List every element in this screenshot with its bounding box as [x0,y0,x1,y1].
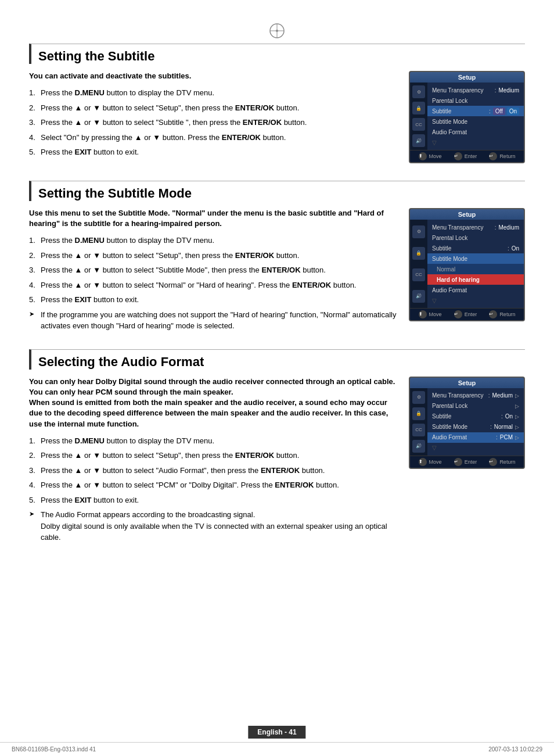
tv2-icon-1: ⚙ [412,225,425,238]
tv3-icon-4: 🔊 [412,440,425,453]
section-subtitle-body: You can activate and deactivate the subt… [29,71,525,163]
step-2-4: 4.Press the ▲ or ▼ button to select "Nor… [29,280,397,291]
tv2-row-dropdown-normal: Normal [427,264,524,274]
tv3-row-3: Subtitle : On▷ [427,411,524,422]
section-subtitle-mode-text: Use this menu to set the Subtitle Mode. … [29,208,397,332]
tv3-row-6: ▽ [427,443,524,453]
tv-row-1-4: Subtitle Mode [427,116,524,127]
section-subtitle: Setting the Subtitle You can activate an… [29,44,525,163]
tv2-row-6: ▽ [427,295,524,306]
footer2-move: ⬆Move [419,310,442,318]
step-1-3: 3.Press the ▲ or ▼ button to select "Sub… [29,117,397,128]
tv-row-1-2: Parental Lock [427,95,524,106]
step-2-5: 5.Press the EXIT button to exit. [29,294,397,306]
tv2-row-dropdown-hoh: Hard of hearing [427,274,524,285]
section-audio-format-text: You can only hear Dolby Digital sound th… [29,377,397,543]
tv3-row-1: Menu Transparency : Medium▷ [427,390,524,401]
step-3-4: 4.Press the ▲ or ▼ button to select "PCM… [29,479,397,491]
svg-point-3 [276,30,278,32]
tv-screen-2-icons: ⚙ 🔒 CC 🔊 [410,220,427,308]
step-1-5: 5.Press the EXIT button to exit. [29,146,397,158]
section-subtitle-mode-intro: Use this menu to set the Subtitle Mode. … [29,208,397,229]
step-3-5: 5.Press the EXIT button to exit. [29,495,397,506]
tv-screen-3-footer: ⬆Move ↵Enter ↩Return [410,456,524,468]
section-subtitle-mode-header: Setting the Subtitle Mode [29,181,525,201]
tv2-icon-3: CC [412,268,425,281]
tv-screen-3-header: Setup [410,378,524,388]
tv-icon-2: 🔒 [412,102,425,114]
section-audio-format-note: The Audio Format appears according to th… [29,509,397,543]
section-audio-format-header: Selecting the Audio Format [29,349,525,370]
tv2-row-4: Subtitle Mode [427,253,524,264]
step-3-3: 3.Press the ▲ or ▼ button to select "Aud… [29,465,397,476]
section-subtitle-steps: 1.Press the D.MENU button to display the… [29,87,397,158]
section-subtitle-mode: Setting the Subtitle Mode Use this menu … [29,181,525,332]
footer3-enter: ↵Enter [454,458,477,466]
tv3-row-2: Parental Lock▷ [427,401,524,411]
tv3-icon-2: 🔒 [412,407,425,420]
tv-screen-1-icons: ⚙ 🔒 CC 🔊 [410,83,427,150]
tv2-icon-2: 🔒 [412,247,425,260]
footer-move: ⬆Move [419,152,442,160]
bottom-bar: BN68-01169B-Eng-0313.indd 41 2007-03-13 … [0,742,554,756]
tv-screen-1-footer: ⬆Move ↵Enter ↩Return [410,150,524,162]
section-subtitle-mode-steps: 1.Press the D.MENU button to display the… [29,235,397,306]
tv3-row-4: Subtitle Mode : Normal▷ [427,422,524,432]
tv3-icon-1: ⚙ [412,391,425,404]
page-container: Setting the Subtitle You can activate an… [0,0,554,756]
tv-screen-2-footer: ⬆Move ↵Enter ↩Return [410,308,524,320]
tv-screen-1-header: Setup [410,72,524,83]
tv-screen-1-rows: Menu Transparency : Medium Parental Lock… [427,83,524,150]
footer3-return: ↩Return [489,458,515,466]
section-audio-format-body: You can only hear Dolby Digital sound th… [29,377,525,543]
tv2-row-2: Parental Lock [427,232,524,243]
step-1-1: 1.Press the D.MENU button to display the… [29,87,397,99]
footer3-move: ⬆Move [419,458,442,466]
tv-icon-1: ⚙ [412,85,425,98]
tv-screen-2-rows: Menu Transparency : Medium Parental Lock… [427,220,524,308]
tv-screen-1-main: ⚙ 🔒 CC 🔊 Menu Transparency : Medium Pare… [410,83,524,150]
step-3-2: 2.Press the ▲ or ▼ button to select "Set… [29,450,397,461]
tv2-row-1: Menu Transparency : Medium [427,222,524,232]
tv-icon-3: CC [412,118,425,131]
footer2-return: ↩Return [489,310,515,318]
tv-row-1-1: Menu Transparency : Medium [427,85,524,95]
tv-screen-2: Setup ⚙ 🔒 CC 🔊 Menu Transparency : Mediu… [409,208,525,321]
tv-screen-2-header: Setup [410,209,524,220]
section-subtitle-text: You can activate and deactivate the subt… [29,71,397,162]
tv-row-1-5: Audio Format [427,127,524,137]
section-audio-format-steps: 1.Press the D.MENU button to display the… [29,435,397,506]
step-2-1: 1.Press the D.MENU button to display the… [29,235,397,246]
tv-screen-3-icons: ⚙ 🔒 CC 🔊 [410,388,427,456]
tv2-row-5: Audio Format [427,285,524,295]
step-1-4: 4.Select "On" by pressing the ▲ or ▼ but… [29,132,397,144]
bottom-left-text: BN68-01169B-Eng-0313.indd 41 [12,746,96,753]
tv-row-1-3: Subtitle : Off On [427,106,524,116]
tv-screen-3-rows: Menu Transparency : Medium▷ Parental Loc… [427,388,524,456]
bottom-right-text: 2007-03-13 10:02:29 [488,746,542,753]
footer2-enter: ↵Enter [454,310,477,318]
section-subtitle-mode-title: Setting the Subtitle Mode [38,186,525,201]
tv3-icon-3: CC [412,424,425,436]
footer-return: ↩Return [489,152,515,160]
tv2-icon-4: 🔊 [412,290,425,303]
tv-row-1-6: ▽ [427,137,524,148]
section-audio-format-intro: You can only hear Dolby Digital sound th… [29,377,397,429]
section-audio-format-title: Selecting the Audio Format [38,354,525,370]
header-compass [29,17,525,44]
page-number: English - 41 [248,726,305,739]
step-2-3: 3.Press the ▲ or ▼ button to select "Sub… [29,264,397,276]
footer-enter: ↵Enter [454,152,477,160]
tv-screen-2-main: ⚙ 🔒 CC 🔊 Menu Transparency : Medium Pare… [410,220,524,308]
section-subtitle-title: Setting the Subtitle [38,49,525,64]
tv2-row-3: Subtitle : On [427,243,524,253]
section-subtitle-mode-note: If the programme you are watching does n… [29,309,397,332]
tv-screen-3: Setup ⚙ 🔒 CC 🔊 Menu Transparency : Mediu… [409,377,525,469]
tv-icon-4: 🔊 [412,134,425,147]
section-subtitle-intro: You can activate and deactivate the subt… [29,71,397,81]
tv3-row-5: Audio Format : PCM▷ [427,432,524,443]
tv-screen-1: Setup ⚙ 🔒 CC 🔊 Menu Transparency : Mediu… [409,71,525,163]
section-subtitle-header: Setting the Subtitle [29,44,525,64]
section-subtitle-mode-body: Use this menu to set the Subtitle Mode. … [29,208,525,332]
step-2-2: 2.Press the ▲ or ▼ button to select "Set… [29,250,397,261]
